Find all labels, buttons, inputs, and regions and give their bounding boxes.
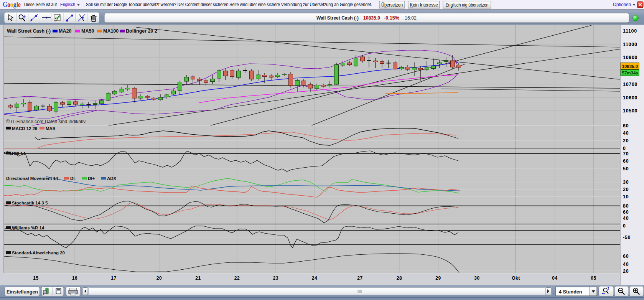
svg-text:23: 23 [273, 275, 278, 281]
svg-text:11000: 11000 [623, 42, 637, 47]
svg-text:Wall Street Cash (-): Wall Street Cash (-) [316, 15, 359, 21]
svg-text:Williams %R 14: Williams %R 14 [12, 226, 44, 230]
svg-text:Diese Seite ist auf: Diese Seite ist auf [24, 2, 57, 7]
svg-text:10600: 10600 [623, 95, 637, 101]
svg-text:Englisch nie übersetzen: Englisch nie übersetzen [446, 2, 489, 8]
svg-text:10700: 10700 [623, 82, 637, 87]
svg-text:70: 70 [623, 151, 629, 157]
svg-text:28: 28 [397, 275, 402, 281]
svg-text:20: 20 [623, 269, 629, 274]
svg-text:30: 30 [474, 275, 479, 281]
svg-text:Optionen: Optionen [613, 2, 631, 7]
svg-text:MA50: MA50 [81, 28, 94, 34]
svg-text:60: 60 [623, 254, 629, 259]
svg-text:MA20: MA20 [59, 28, 71, 34]
svg-text:4 Stunden: 4 Stunden [559, 289, 582, 295]
svg-text:15: 15 [33, 275, 38, 281]
svg-text:16:02: 16:02 [405, 15, 417, 21]
svg-text:50: 50 [623, 166, 629, 171]
svg-text:16: 16 [72, 275, 77, 281]
svg-text:10500: 10500 [623, 108, 637, 114]
svg-text:Stochastik 14 3 5: Stochastik 14 3 5 [12, 201, 48, 205]
svg-text:57m34s: 57m34s [622, 71, 638, 75]
svg-text:20: 20 [623, 187, 629, 192]
svg-text:MA9: MA9 [46, 126, 55, 131]
svg-text:Englisch: Englisch [60, 2, 75, 7]
svg-text:17: 17 [111, 275, 116, 281]
svg-text:DI-: DI- [70, 176, 76, 181]
svg-text:20: 20 [156, 275, 162, 281]
svg-text:21: 21 [195, 275, 201, 281]
svg-text:20: 20 [623, 138, 629, 143]
svg-text:Kein Interesse: Kein Interesse [410, 2, 438, 8]
svg-text:40: 40 [623, 130, 629, 136]
svg-text:RSI 14: RSI 14 [12, 151, 26, 156]
svg-text:Okt: Okt [512, 275, 520, 281]
svg-text:24: 24 [312, 275, 317, 281]
svg-text:. Soll sie mit der Google Tool: . Soll sie mit der Google Toolbar überse… [84, 2, 372, 7]
svg-text:05: 05 [591, 275, 596, 281]
svg-text:30: 30 [623, 180, 629, 185]
svg-text:0: 0 [623, 223, 626, 229]
svg-text:27: 27 [357, 275, 362, 281]
svg-text:Standard-Abweichung 20: Standard-Abweichung 20 [12, 251, 65, 255]
svg-text:MACD 12 26: MACD 12 26 [12, 126, 37, 131]
svg-text:60: 60 [623, 209, 629, 215]
svg-text:60: 60 [623, 158, 629, 164]
svg-text:10835.0: 10835.0 [622, 64, 638, 69]
svg-text:22: 22 [234, 275, 240, 281]
svg-text:Übersetzen: Übersetzen [381, 2, 403, 8]
svg-text:-0.15%: -0.15% [384, 15, 399, 21]
svg-text:MA100: MA100 [103, 28, 119, 34]
svg-text:29: 29 [435, 275, 441, 281]
svg-text:80: 80 [623, 203, 629, 209]
svg-text:Directional Movement 14: Directional Movement 14 [6, 176, 58, 181]
svg-text:Einstellungen: Einstellungen [7, 289, 38, 295]
svg-text:Google: Google [3, 0, 21, 8]
svg-text:Wall Street Cash (-): Wall Street Cash (-) [7, 28, 51, 34]
svg-text:DI+: DI+ [88, 176, 95, 181]
svg-text:04: 04 [552, 275, 557, 281]
svg-text:10: 10 [623, 194, 629, 199]
svg-text:ADX: ADX [107, 176, 117, 181]
svg-text:60: 60 [623, 123, 629, 129]
svg-text:11100: 11100 [623, 28, 637, 34]
svg-text:© IT-Finance.com Daten sind in: © IT-Finance.com Daten sind indikativ. [6, 119, 87, 124]
svg-text:0: 0 [623, 146, 626, 151]
svg-text:40: 40 [623, 262, 629, 267]
svg-text:10900: 10900 [623, 55, 637, 60]
svg-text:-50: -50 [623, 235, 631, 240]
svg-text:Bollinger 20 2: Bollinger 20 2 [126, 28, 157, 34]
svg-text:10835.0: 10835.0 [363, 15, 380, 21]
svg-text:40: 40 [623, 216, 629, 221]
